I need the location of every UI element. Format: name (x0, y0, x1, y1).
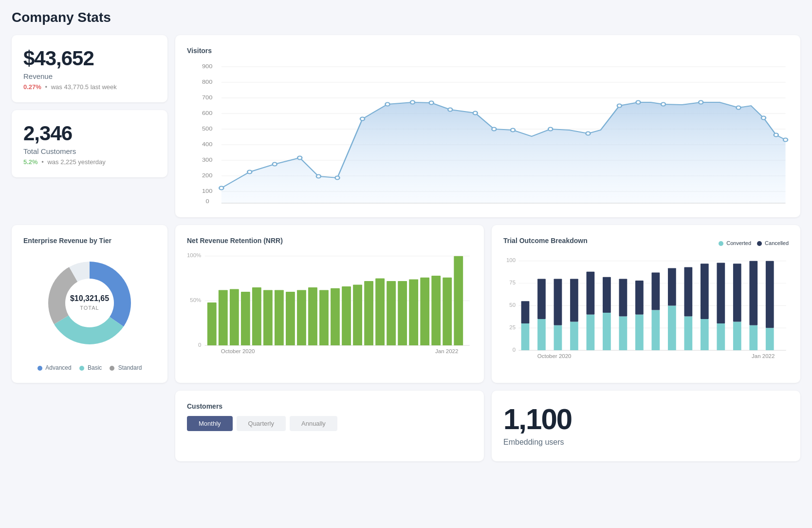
svg-rect-108 (619, 279, 627, 316)
svg-rect-105 (603, 313, 611, 350)
customers-kpi-card: 2,346 Total Customers 5.2% • was 2,225 y… (12, 110, 167, 177)
visitors-title: Visitors (187, 47, 789, 55)
svg-point-31 (448, 108, 452, 112)
svg-rect-114 (668, 268, 676, 305)
svg-text:800: 800 (202, 79, 212, 84)
svg-text:Jan 2022: Jan 2022 (435, 348, 458, 354)
svg-point-27 (360, 117, 365, 121)
svg-rect-67 (286, 292, 295, 345)
svg-point-21 (219, 187, 223, 190)
customers-value: 2,346 (23, 122, 156, 145)
trial-outcome-card: Trial Outcome Breakdown Converted Cancel… (492, 225, 800, 383)
svg-point-33 (492, 128, 496, 131)
svg-point-44 (783, 138, 788, 142)
basic-dot (79, 366, 84, 371)
svg-rect-100 (554, 279, 562, 325)
svg-point-28 (385, 103, 389, 106)
svg-rect-78 (409, 279, 418, 345)
svg-text:100: 100 (202, 189, 212, 193)
svg-point-43 (774, 133, 778, 137)
svg-rect-123 (749, 325, 757, 350)
svg-rect-98 (537, 279, 546, 319)
enterprise-revenue-card: Enterprise Revenue by Tier (12, 225, 167, 383)
customers-change-text: was 2,225 yesterday (47, 158, 105, 166)
svg-rect-77 (398, 281, 407, 345)
svg-text:Jan 2022: Jan 2022 (752, 353, 775, 358)
svg-rect-76 (387, 281, 396, 345)
svg-text:400: 400 (202, 142, 212, 147)
svg-rect-81 (443, 278, 452, 345)
revenue-card: $43,652 Revenue 0.27% • was 43,770.5 las… (12, 35, 167, 102)
svg-rect-115 (684, 316, 692, 350)
legend-standard: Standard (110, 364, 142, 371)
svg-rect-116 (684, 267, 692, 317)
svg-text:October 2020: October 2020 (221, 348, 255, 354)
svg-rect-101 (570, 321, 578, 350)
trial-title: Trial Outcome Breakdown (503, 237, 588, 245)
svg-rect-62 (230, 289, 239, 346)
visitors-chart: 900 800 700 600 500 400 300 200 100 0 (187, 59, 789, 206)
tab-annually[interactable]: Annually (290, 416, 337, 431)
embedding-value: 1,100 (503, 402, 572, 436)
svg-rect-104 (587, 272, 595, 315)
svg-point-37 (617, 104, 622, 108)
svg-marker-20 (221, 102, 786, 203)
svg-rect-107 (619, 316, 627, 350)
customers-label: Total Customers (23, 147, 156, 155)
svg-rect-122 (733, 264, 741, 321)
kpi-stack: $43,652 Revenue 0.27% • was 43,770.5 las… (12, 35, 167, 217)
customers-card-title: Customers (187, 402, 472, 410)
svg-rect-71 (331, 288, 340, 345)
svg-rect-111 (652, 310, 660, 351)
svg-text:900: 900 (202, 64, 212, 69)
svg-text:200: 200 (202, 173, 212, 178)
revenue-change: 0.27% • was 43,770.5 last week (23, 83, 156, 91)
donut-wrap: $10,321,65 TOTAL Advanced Basic Standard (23, 249, 156, 371)
revenue-change-pct: 0.27% (23, 83, 41, 91)
svg-text:100%: 100% (187, 253, 202, 258)
svg-text:October 2020: October 2020 (537, 353, 572, 358)
tab-monthly[interactable]: Monthly (187, 416, 233, 431)
svg-rect-70 (319, 290, 329, 345)
svg-point-30 (429, 101, 434, 105)
svg-rect-103 (587, 315, 595, 350)
nrr-card: Net Revenue Retention (NRR) 100% 50% 0 (175, 225, 484, 383)
trial-chart: 100 75 50 25 0 (503, 254, 789, 361)
customers-tab-bar: Monthly Quarterly Annually (187, 416, 472, 431)
customers-change: 5.2% • was 2,225 yesterday (23, 158, 156, 166)
svg-point-22 (247, 170, 252, 174)
svg-rect-75 (375, 279, 385, 346)
page-title: Company Stats (12, 10, 800, 25)
svg-text:50: 50 (509, 302, 516, 308)
embedding-card: 1,100 Embedding users (492, 391, 800, 461)
svg-point-40 (699, 101, 703, 104)
advanced-dot (37, 366, 42, 371)
cancelled-dot (757, 241, 762, 246)
nrr-chart: 100% 50% 0 (187, 249, 472, 357)
svg-text:0: 0 (513, 347, 516, 353)
svg-rect-72 (342, 286, 351, 345)
svg-rect-102 (570, 279, 578, 321)
svg-text:700: 700 (202, 95, 212, 100)
svg-text:500: 500 (202, 126, 212, 131)
customers-change-pct: 5.2% (23, 158, 38, 166)
svg-text:600: 600 (202, 111, 212, 115)
tab-quarterly[interactable]: Quarterly (237, 416, 286, 431)
svg-rect-82 (454, 256, 463, 345)
svg-rect-73 (353, 284, 362, 345)
visitors-card: Visitors 900 800 700 600 500 400 300 200… (175, 35, 800, 217)
svg-rect-113 (668, 305, 676, 350)
svg-text:0: 0 (198, 342, 201, 348)
svg-rect-96 (521, 301, 530, 323)
nrr-title: Net Revenue Retention (NRR) (187, 237, 472, 245)
svg-rect-112 (652, 273, 660, 310)
svg-rect-64 (252, 287, 261, 345)
svg-point-34 (511, 129, 515, 132)
svg-rect-65 (263, 290, 273, 345)
embedding-label: Embedding users (503, 438, 564, 447)
svg-rect-109 (635, 315, 644, 350)
svg-rect-95 (521, 323, 530, 350)
customers-card: Customers Monthly Quarterly Annually (175, 391, 484, 461)
svg-point-35 (548, 128, 553, 131)
svg-rect-97 (537, 319, 546, 350)
